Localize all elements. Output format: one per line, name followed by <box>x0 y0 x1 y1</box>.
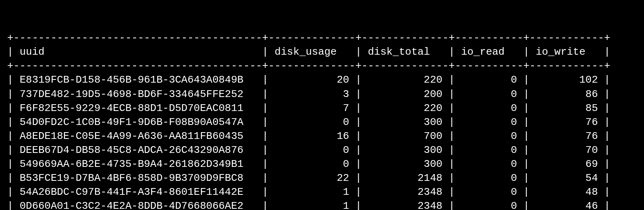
ascii-table-output: +---------------------------------------… <box>7 31 637 210</box>
